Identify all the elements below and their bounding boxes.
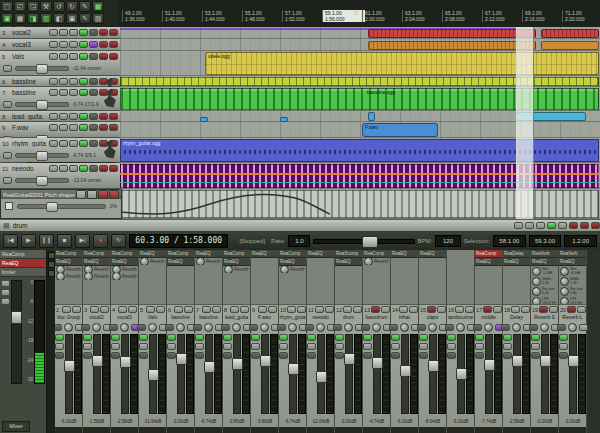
pan-knob[interactable] xyxy=(512,323,521,332)
monitor-button[interactable] xyxy=(109,113,118,120)
solo-button[interactable] xyxy=(212,306,221,313)
phase-button[interactable] xyxy=(249,324,258,331)
pan-knob[interactable] xyxy=(400,323,409,332)
fx-enable-button[interactable] xyxy=(447,334,456,341)
fx-enable-button[interactable] xyxy=(335,334,344,341)
volume-fader[interactable] xyxy=(261,334,269,414)
pan-knob[interactable] xyxy=(316,323,325,332)
volume-slider[interactable] xyxy=(15,178,69,183)
io-button[interactable] xyxy=(49,165,58,172)
fx-button[interactable] xyxy=(547,222,556,229)
master-fader[interactable] xyxy=(11,280,22,384)
volume-slider[interactable] xyxy=(15,66,69,71)
lock-toggle-icon[interactable]: ◧ xyxy=(53,13,65,24)
track-panel-Vals[interactable]: 5Vals-11.94 center xyxy=(0,51,120,76)
solo-button[interactable] xyxy=(268,306,277,313)
fx-insert-slot[interactable]: ReaEQ xyxy=(503,258,530,266)
pan-knob[interactable] xyxy=(456,323,465,332)
volume-fader-thumb[interactable] xyxy=(232,358,243,370)
solo-button[interactable] xyxy=(521,306,530,313)
phase-button[interactable] xyxy=(361,324,370,331)
io-button[interactable] xyxy=(559,343,568,350)
solo-button[interactable] xyxy=(577,306,586,313)
io-button[interactable] xyxy=(223,343,232,350)
mute-button[interactable] xyxy=(59,124,68,131)
phase-button[interactable] xyxy=(137,324,146,331)
volume-fader-thumb[interactable] xyxy=(400,365,411,377)
mute-button[interactable] xyxy=(315,306,324,313)
clip-vals[interactable]: vdele.ogg xyxy=(205,52,599,75)
reverb-knob[interactable] xyxy=(532,277,541,286)
record-arm-button[interactable] xyxy=(99,140,108,147)
fx-insert-slot[interactable]: ReaEQ xyxy=(279,258,306,266)
io-button[interactable] xyxy=(419,343,428,350)
volume-fader[interactable] xyxy=(401,334,409,414)
send-slot[interactable]: Reverb L xyxy=(55,273,82,280)
send-slot[interactable]: Reverb S xyxy=(139,258,166,265)
fx-button[interactable] xyxy=(79,140,88,147)
volume-fader[interactable] xyxy=(177,334,185,414)
fx-enable-button[interactable] xyxy=(223,334,232,341)
fx-floating-window[interactable]: RealGuitarED01 Pitch shaper 0% xyxy=(0,189,122,219)
record-arm-button[interactable] xyxy=(99,53,108,60)
fx-button[interactable] xyxy=(79,41,88,48)
solo-button[interactable] xyxy=(353,306,362,313)
track-panel-vocal2[interactable]: 3vocal2 xyxy=(0,27,120,39)
reverb-knob[interactable] xyxy=(532,287,541,296)
pan-knob[interactable] xyxy=(288,323,297,332)
volume-fader[interactable] xyxy=(65,334,73,414)
env-button[interactable] xyxy=(223,352,232,359)
timeline-ruler[interactable]: 49.1.001:36.00051.1.001:40.00053.1.001:4… xyxy=(118,0,600,28)
record-button[interactable]: ● xyxy=(93,234,108,248)
send-slot[interactable]: Reverb S xyxy=(363,258,390,265)
solo-button[interactable] xyxy=(100,306,109,313)
record-arm-button[interactable] xyxy=(99,113,108,120)
playhead-band[interactable] xyxy=(516,27,534,219)
env-button[interactable] xyxy=(89,53,98,60)
io-button[interactable] xyxy=(49,53,58,60)
env-button[interactable] xyxy=(89,89,98,96)
ruler-tick[interactable]: 57.1.001:52.000 xyxy=(282,10,325,22)
send-slot[interactable]: Reverb S xyxy=(111,266,138,273)
undo-icon[interactable]: ↺ xyxy=(53,1,65,12)
fx-insert-slot[interactable]: ReaEQ xyxy=(335,258,362,266)
send-knob[interactable] xyxy=(112,266,121,273)
volume-fader-thumb[interactable] xyxy=(316,371,327,383)
fx-close-icon[interactable] xyxy=(109,190,119,199)
fx-enable-button[interactable] xyxy=(307,334,316,341)
loop-marker-icon[interactable]: ▽ xyxy=(354,9,359,16)
master-fx-slot[interactable]: ReaEQ xyxy=(0,259,46,268)
volume-fader-thumb[interactable] xyxy=(540,355,551,367)
rate-slider[interactable] xyxy=(313,239,414,244)
mute-button[interactable] xyxy=(59,29,68,36)
solo-button[interactable] xyxy=(69,29,78,36)
fx-enable-button[interactable] xyxy=(139,334,148,341)
mute-button[interactable] xyxy=(539,306,548,313)
fx-insert-slot[interactable]: ReaComp xyxy=(111,250,138,258)
io-button[interactable] xyxy=(49,113,58,120)
fx-insert-slot[interactable]: ReaEQ xyxy=(223,258,250,266)
io-button[interactable] xyxy=(55,343,64,350)
env-button[interactable] xyxy=(195,352,204,359)
master-button[interactable] xyxy=(1,280,10,287)
mute-button[interactable] xyxy=(287,306,296,313)
record-arm-button[interactable] xyxy=(99,165,108,172)
rate-value[interactable]: 1.0 xyxy=(288,235,310,247)
send-knob[interactable] xyxy=(280,266,289,273)
volume-fader-thumb[interactable] xyxy=(428,360,439,372)
env-button[interactable] xyxy=(89,140,98,147)
env-button[interactable] xyxy=(558,222,567,229)
fx-button[interactable] xyxy=(79,78,88,85)
send-knob[interactable] xyxy=(196,258,205,265)
fx-pitch-slider-thumb[interactable] xyxy=(46,202,58,212)
pan-knob[interactable] xyxy=(568,323,577,332)
solo-button[interactable] xyxy=(69,53,78,60)
solo-button[interactable] xyxy=(536,222,545,229)
fx-enable-button[interactable] xyxy=(475,334,484,341)
env-button[interactable] xyxy=(559,352,568,359)
volume-fader[interactable] xyxy=(513,334,521,414)
rail-button[interactable] xyxy=(48,270,55,277)
env-button[interactable] xyxy=(89,124,98,131)
master-fx-slot[interactable]: limiter xyxy=(0,268,46,277)
mute-button[interactable] xyxy=(90,306,99,313)
